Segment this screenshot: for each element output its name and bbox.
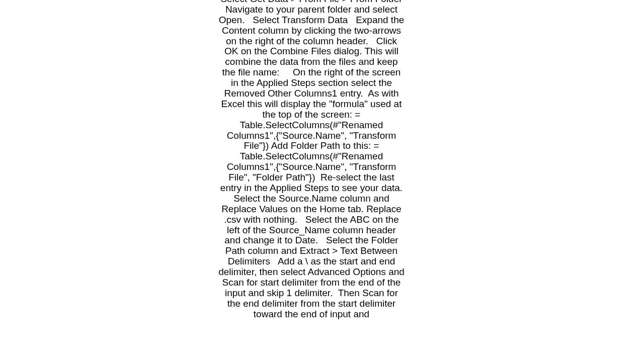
document-body: Select Get Data > From File > From Folde…	[218, 0, 405, 320]
